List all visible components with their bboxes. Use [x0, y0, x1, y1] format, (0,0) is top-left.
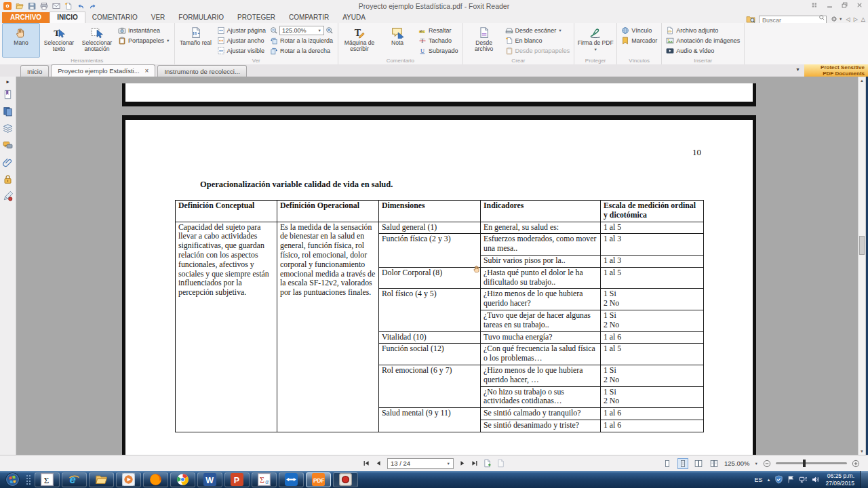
taskbar-app-chrome[interactable] [170, 472, 195, 487]
ribbon-tab-proteger[interactable]: PROTEGER [231, 12, 282, 23]
taskbar-app-foxit[interactable]: PDF [306, 472, 331, 487]
document-tab-proyecto-ejemplo-estadisti[interactable]: Proyecto ejemplo Estadísti...× [51, 64, 155, 77]
ribbon-button-audio-video[interactable]: Audio & vídeo [664, 46, 742, 56]
continuous-view-button[interactable] [677, 458, 688, 469]
scroll-up-icon[interactable]: ▲ [859, 77, 865, 84]
speaker-tray-icon[interactable] [811, 475, 820, 484]
hidden-icons-arrow[interactable]: ▲ [767, 478, 771, 482]
ribbon-button-portapapeles[interactable]: Portapapeles▼ [116, 36, 172, 45]
restore-button[interactable] [840, 1, 849, 9]
language-indicator[interactable]: ES [754, 476, 762, 483]
ribbon-button-ajustar-visible[interactable]: Ajustar visible [215, 46, 269, 56]
ribbon-button-seleccionar-texto[interactable]: TSeleccionar texto [40, 23, 78, 58]
ribbon-button-archivo-adjunto[interactable]: Archivo adjunto [664, 26, 742, 35]
reading-mode-icon[interactable] [810, 1, 819, 9]
taskbar-app-teamviewer[interactable] [279, 472, 304, 487]
sidebar-panel-comments[interactable] [0, 137, 16, 154]
taskbar-app-recorder[interactable] [333, 472, 358, 487]
last-page-button[interactable] [471, 460, 478, 467]
previous-view-button[interactable]: ◁ [846, 16, 850, 22]
sidebar-panel-pages[interactable] [0, 103, 16, 120]
taskbar-app-wmp[interactable] [116, 472, 141, 487]
continuous-facing-view-button[interactable] [709, 458, 719, 469]
ribbon-zoom-level-combo[interactable]: 125.00%▼ [279, 26, 324, 35]
zoom-slider-thumb[interactable] [803, 460, 806, 467]
ad-banner[interactable]: Protect Sensitive PDF Documents [804, 64, 868, 77]
ribbon-button-tachado[interactable]: TTachado [416, 36, 460, 45]
taskbar-app-firefox[interactable] [143, 472, 168, 487]
document-tab-instrumento-de-recolecci[interactable]: Instrumento de recolecci... [157, 65, 246, 77]
close-button[interactable] [855, 1, 864, 9]
ribbon-button-ajustar-ancho[interactable]: Ajustar ancho [215, 36, 269, 45]
minimize-button[interactable] [825, 1, 834, 9]
tab-list-dropdown-icon[interactable]: ▼ [795, 67, 800, 72]
single-page-view-button[interactable] [662, 458, 673, 469]
document-canvas[interactable]: 10 Operacionalización variable calidad d… [16, 77, 858, 455]
show-desktop-button[interactable] [860, 471, 868, 488]
taskbar-app-explorer[interactable] [89, 472, 114, 487]
ribbon-button-resaltar[interactable]: abcResaltar [416, 26, 460, 35]
ribbon-tab-ayuda[interactable]: AYUDA [336, 12, 372, 23]
ribbon-button-maquina-de-escribir[interactable]: TMáquina de escribir [340, 23, 378, 58]
taskbar-app-powerpoint[interactable]: P [224, 472, 250, 487]
ribbon-button-rotar-a-la-izquierda[interactable]: Rotar a la izquierda [268, 36, 336, 45]
ribbon-button-vinculo[interactable]: Vínculo [619, 26, 659, 35]
ribbon-button-rotar-a-la-derecha[interactable]: Rotar a la derecha [268, 46, 336, 56]
ribbon-button-tamano-real[interactable]: Tamaño real [177, 23, 215, 58]
ribbon-button-marcador[interactable]: Marcador [619, 36, 659, 45]
taskbar-app-word[interactable]: W [197, 472, 222, 487]
settings-dropdown[interactable]: ▼ [830, 15, 842, 23]
ribbon-button-ajustar-pagina[interactable]: Ajustar página [215, 26, 269, 35]
facing-view-button[interactable] [693, 458, 704, 469]
taskbar-app-sigma[interactable]: Σ [35, 472, 60, 487]
sidebar-panel-attachments[interactable] [0, 154, 16, 171]
collapse-ribbon-button[interactable]: △ [861, 16, 865, 22]
ribbon-button-desde-archivo[interactable]: Desde archivo [465, 23, 503, 58]
ribbon-button-en-blanco[interactable]: En blanco [503, 36, 572, 45]
start-button[interactable] [0, 471, 24, 488]
ribbon-button-seleccionar-anotacion[interactable]: Seleccionar anotación [78, 23, 116, 58]
ribbon-tab-archivo[interactable]: ARCHIVO [2, 12, 50, 23]
vertical-scrollbar[interactable]: ▲ ▼ [858, 77, 866, 455]
ribbon-button-instantanea[interactable]: Instantánea [116, 26, 172, 35]
ribbon-button-mano[interactable]: Mano [2, 23, 40, 58]
taskbar-app-ie[interactable]: e [62, 472, 87, 487]
previous-page-button[interactable] [375, 460, 382, 467]
close-tab-icon[interactable]: × [145, 68, 149, 74]
zoom-slider[interactable] [776, 462, 847, 464]
zoom-out-button[interactable] [763, 460, 771, 468]
shield-tray-icon[interactable] [774, 475, 783, 484]
zoom-in-button[interactable] [852, 460, 860, 468]
sidebar-panel-layers[interactable] [0, 120, 16, 137]
taskbar-clock[interactable]: 06:25 p.m. 27/09/2015 [824, 472, 856, 486]
ribbon-button-firma-de-pdf[interactable]: Firma de PDF ▼ [576, 23, 614, 58]
scrollbar-thumb[interactable] [859, 236, 865, 255]
flag-tray-icon[interactable] [787, 475, 795, 484]
ribbon-tab-formulario[interactable]: FORMULARIO [172, 12, 231, 23]
ribbon-tab-compartir[interactable]: COMPARTIR [282, 12, 336, 23]
sidebar-expand-button[interactable]: ▸ [0, 77, 16, 86]
ribbon-zoom-out-button[interactable] [270, 26, 278, 35]
ribbon-button-anotacion-de-imagenes[interactable]: Anotación de imágenes [664, 36, 742, 45]
ribbon-zoom-in-button[interactable] [326, 26, 334, 35]
ribbon-button-subrayado[interactable]: USubrayado [416, 46, 460, 56]
ribbon-tab-inicio[interactable]: INICIO [50, 12, 85, 23]
zoom-level-label[interactable]: 125.00% [724, 460, 750, 467]
scroll-down-icon[interactable]: ▼ [859, 448, 865, 455]
sidebar-panel-security[interactable] [0, 171, 16, 188]
zoom-dropdown-icon[interactable]: ▼ [755, 462, 758, 466]
ribbon-button-nota[interactable]: Nota [378, 23, 416, 58]
ribbon-button-desde-escaner[interactable]: Desde escáner▼ [503, 26, 572, 35]
document-tab-inicio[interactable]: Inicio [20, 65, 49, 77]
sidebar-panel-signatures[interactable] [0, 188, 16, 205]
taskbar-app-spss[interactable]: Σα [252, 472, 277, 487]
next-view-button[interactable]: ▷ [854, 16, 858, 22]
insert-page-button[interactable] [483, 459, 492, 468]
next-page-button[interactable] [458, 460, 466, 467]
first-page-button[interactable] [363, 460, 370, 467]
sidebar-panel-bookmarks[interactable] [0, 86, 16, 103]
page-number-combo[interactable]: 13 / 24 ▼ [387, 458, 454, 469]
ribbon-tab-comentario[interactable]: COMENTARIO [85, 12, 144, 23]
network-tray-icon[interactable] [799, 475, 808, 484]
ribbon-tab-ver[interactable]: VER [144, 12, 172, 23]
